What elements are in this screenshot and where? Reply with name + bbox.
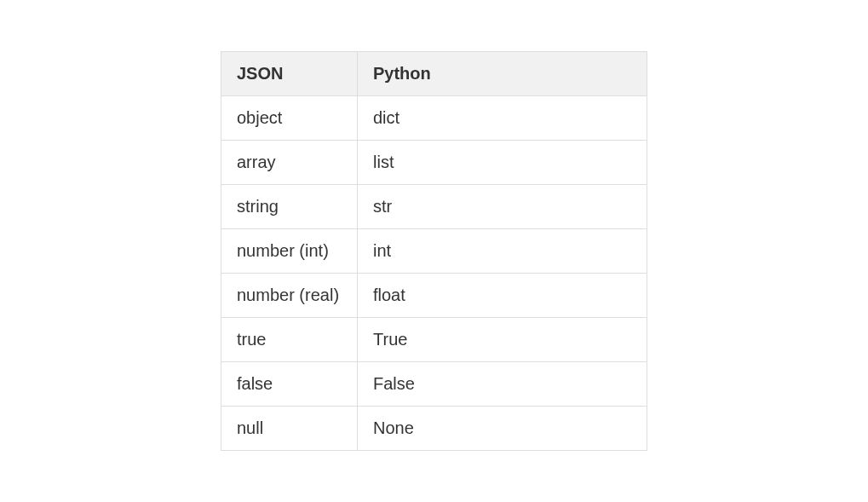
table-row: object dict xyxy=(221,96,647,141)
table-row: number (real) float xyxy=(221,274,647,318)
cell-python: False xyxy=(358,362,647,407)
cell-json: object xyxy=(221,96,358,141)
cell-json: null xyxy=(221,407,358,451)
table-row: array list xyxy=(221,141,647,185)
table-row: false False xyxy=(221,362,647,407)
header-python: Python xyxy=(358,52,647,96)
cell-python: float xyxy=(358,274,647,318)
cell-json: number (int) xyxy=(221,229,358,274)
cell-json: number (real) xyxy=(221,274,358,318)
cell-json: string xyxy=(221,185,358,229)
json-python-mapping-table: JSON Python object dict array list strin… xyxy=(221,51,647,451)
table-row: null None xyxy=(221,407,647,451)
cell-python: int xyxy=(358,229,647,274)
cell-python: None xyxy=(358,407,647,451)
table-row: number (int) int xyxy=(221,229,647,274)
table-row: true True xyxy=(221,318,647,362)
header-json: JSON xyxy=(221,52,358,96)
cell-python: dict xyxy=(358,96,647,141)
cell-python: True xyxy=(358,318,647,362)
cell-json: array xyxy=(221,141,358,185)
cell-python: str xyxy=(358,185,647,229)
cell-python: list xyxy=(358,141,647,185)
cell-json: false xyxy=(221,362,358,407)
table-header-row: JSON Python xyxy=(221,52,647,96)
cell-json: true xyxy=(221,318,358,362)
table-row: string str xyxy=(221,185,647,229)
